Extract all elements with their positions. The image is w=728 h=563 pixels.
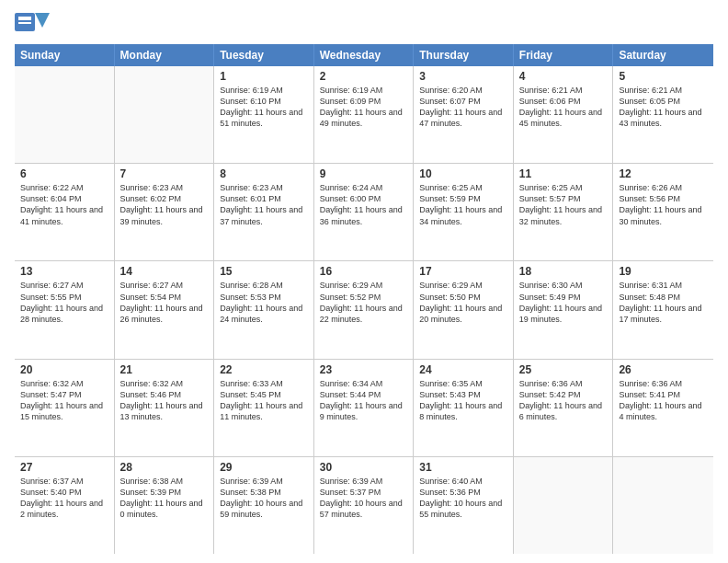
day-cell-31: 31Sunrise: 6:40 AM Sunset: 5:36 PM Dayli… [414, 457, 514, 554]
page: SundayMondayTuesdayWednesdayThursdayFrid… [0, 0, 728, 563]
day-info: Sunrise: 6:19 AM Sunset: 6:10 PM Dayligh… [220, 85, 308, 130]
day-cell-28: 28Sunrise: 6:38 AM Sunset: 5:39 PM Dayli… [115, 457, 215, 554]
day-info: Sunrise: 6:32 AM Sunset: 5:46 PM Dayligh… [120, 378, 209, 423]
day-cell-1: 1Sunrise: 6:19 AM Sunset: 6:10 PM Daylig… [214, 66, 314, 163]
day-number: 27 [20, 461, 108, 474]
week-row-3: 13Sunrise: 6:27 AM Sunset: 5:55 PM Dayli… [15, 261, 713, 359]
day-number: 19 [619, 265, 708, 278]
day-cell-5: 5Sunrise: 6:21 AM Sunset: 6:05 PM Daylig… [613, 66, 713, 163]
day-number: 26 [619, 363, 708, 376]
day-cell-12: 12Sunrise: 6:26 AM Sunset: 5:56 PM Dayli… [613, 164, 713, 260]
day-cell-18: 18Sunrise: 6:30 AM Sunset: 5:49 PM Dayli… [514, 261, 614, 358]
day-cell-13: 13Sunrise: 6:27 AM Sunset: 5:55 PM Dayli… [15, 261, 115, 358]
day-number: 8 [220, 167, 308, 180]
header-day-friday: Friday [514, 44, 614, 66]
day-cell-14: 14Sunrise: 6:27 AM Sunset: 5:54 PM Dayli… [115, 261, 215, 358]
day-number: 15 [220, 265, 308, 278]
day-number: 14 [120, 265, 209, 278]
day-cell-20: 20Sunrise: 6:32 AM Sunset: 5:47 PM Dayli… [15, 360, 115, 456]
day-number: 29 [220, 461, 308, 474]
day-cell-24: 24Sunrise: 6:35 AM Sunset: 5:43 PM Dayli… [414, 360, 514, 456]
day-cell-2: 2Sunrise: 6:19 AM Sunset: 6:09 PM Daylig… [314, 66, 415, 163]
day-cell-10: 10Sunrise: 6:25 AM Sunset: 5:59 PM Dayli… [414, 164, 514, 260]
day-info: Sunrise: 6:31 AM Sunset: 5:48 PM Dayligh… [619, 280, 708, 325]
day-info: Sunrise: 6:25 AM Sunset: 5:57 PM Dayligh… [519, 182, 608, 227]
day-number: 24 [419, 363, 507, 376]
day-number: 10 [419, 167, 507, 180]
day-cell-11: 11Sunrise: 6:25 AM Sunset: 5:57 PM Dayli… [514, 164, 614, 260]
day-info: Sunrise: 6:40 AM Sunset: 5:36 PM Dayligh… [419, 476, 507, 521]
week-row-1: 1Sunrise: 6:19 AM Sunset: 6:10 PM Daylig… [15, 66, 713, 164]
day-info: Sunrise: 6:37 AM Sunset: 5:40 PM Dayligh… [20, 476, 108, 521]
day-number: 2 [320, 70, 408, 83]
day-number: 28 [120, 461, 209, 474]
week-row-2: 6Sunrise: 6:22 AM Sunset: 6:04 PM Daylig… [15, 164, 713, 261]
week-row-4: 20Sunrise: 6:32 AM Sunset: 5:47 PM Dayli… [15, 360, 713, 457]
empty-cell [15, 66, 115, 163]
day-info: Sunrise: 6:36 AM Sunset: 5:42 PM Dayligh… [519, 378, 608, 423]
day-number: 5 [619, 70, 708, 83]
day-cell-17: 17Sunrise: 6:29 AM Sunset: 5:50 PM Dayli… [414, 261, 514, 358]
empty-cell [514, 457, 614, 554]
day-number: 9 [320, 167, 408, 180]
day-info: Sunrise: 6:28 AM Sunset: 5:53 PM Dayligh… [220, 280, 308, 325]
day-info: Sunrise: 6:24 AM Sunset: 6:00 PM Dayligh… [320, 182, 408, 227]
day-info: Sunrise: 6:38 AM Sunset: 5:39 PM Dayligh… [120, 476, 209, 521]
day-number: 16 [320, 265, 408, 278]
day-number: 17 [419, 265, 507, 278]
header-day-thursday: Thursday [414, 44, 514, 66]
header-day-sunday: Sunday [15, 44, 115, 66]
svg-rect-1 [18, 17, 31, 20]
day-cell-25: 25Sunrise: 6:36 AM Sunset: 5:42 PM Dayli… [514, 360, 614, 456]
day-cell-8: 8Sunrise: 6:23 AM Sunset: 6:01 PM Daylig… [214, 164, 314, 260]
day-cell-15: 15Sunrise: 6:28 AM Sunset: 5:53 PM Dayli… [214, 261, 314, 358]
day-cell-30: 30Sunrise: 6:39 AM Sunset: 5:37 PM Dayli… [314, 457, 415, 554]
day-info: Sunrise: 6:39 AM Sunset: 5:38 PM Dayligh… [220, 476, 308, 521]
day-info: Sunrise: 6:33 AM Sunset: 5:45 PM Dayligh… [220, 378, 308, 423]
day-number: 7 [120, 167, 209, 180]
day-info: Sunrise: 6:35 AM Sunset: 5:43 PM Dayligh… [419, 378, 507, 423]
day-number: 12 [619, 167, 708, 180]
day-number: 4 [519, 70, 608, 83]
day-info: Sunrise: 6:23 AM Sunset: 6:01 PM Dayligh… [220, 182, 308, 227]
day-info: Sunrise: 6:19 AM Sunset: 6:09 PM Dayligh… [320, 85, 408, 130]
logo-icon [15, 9, 50, 39]
day-number: 30 [320, 461, 408, 474]
day-cell-6: 6Sunrise: 6:22 AM Sunset: 6:04 PM Daylig… [15, 164, 115, 260]
header-day-saturday: Saturday [613, 44, 713, 66]
day-info: Sunrise: 6:27 AM Sunset: 5:54 PM Dayligh… [120, 280, 209, 325]
day-cell-16: 16Sunrise: 6:29 AM Sunset: 5:52 PM Dayli… [314, 261, 415, 358]
day-info: Sunrise: 6:22 AM Sunset: 6:04 PM Dayligh… [20, 182, 108, 227]
day-cell-27: 27Sunrise: 6:37 AM Sunset: 5:40 PM Dayli… [15, 457, 115, 554]
day-info: Sunrise: 6:30 AM Sunset: 5:49 PM Dayligh… [519, 280, 608, 325]
day-cell-29: 29Sunrise: 6:39 AM Sunset: 5:38 PM Dayli… [214, 457, 314, 554]
day-number: 25 [519, 363, 608, 376]
calendar: SundayMondayTuesdayWednesdayThursdayFrid… [15, 44, 713, 554]
day-number: 31 [419, 461, 507, 474]
day-info: Sunrise: 6:23 AM Sunset: 6:02 PM Dayligh… [120, 182, 209, 227]
day-cell-21: 21Sunrise: 6:32 AM Sunset: 5:46 PM Dayli… [115, 360, 215, 456]
day-cell-26: 26Sunrise: 6:36 AM Sunset: 5:41 PM Dayli… [613, 360, 713, 456]
day-info: Sunrise: 6:34 AM Sunset: 5:44 PM Dayligh… [320, 378, 408, 423]
day-number: 22 [220, 363, 308, 376]
header-day-monday: Monday [115, 44, 215, 66]
day-number: 18 [519, 265, 608, 278]
svg-rect-2 [18, 22, 31, 24]
day-cell-4: 4Sunrise: 6:21 AM Sunset: 6:06 PM Daylig… [514, 66, 614, 163]
calendar-body: 1Sunrise: 6:19 AM Sunset: 6:10 PM Daylig… [15, 66, 713, 554]
svg-marker-3 [35, 13, 50, 28]
day-info: Sunrise: 6:21 AM Sunset: 6:05 PM Dayligh… [619, 85, 708, 130]
header-day-wednesday: Wednesday [314, 44, 415, 66]
day-number: 1 [220, 70, 308, 83]
day-info: Sunrise: 6:36 AM Sunset: 5:41 PM Dayligh… [619, 378, 708, 423]
day-number: 23 [320, 363, 408, 376]
day-info: Sunrise: 6:21 AM Sunset: 6:06 PM Dayligh… [519, 85, 608, 130]
day-info: Sunrise: 6:20 AM Sunset: 6:07 PM Dayligh… [419, 85, 507, 130]
empty-cell [613, 457, 713, 554]
day-number: 21 [120, 363, 209, 376]
day-number: 20 [20, 363, 108, 376]
day-info: Sunrise: 6:39 AM Sunset: 5:37 PM Dayligh… [320, 476, 408, 521]
day-info: Sunrise: 6:26 AM Sunset: 5:56 PM Dayligh… [619, 182, 708, 227]
calendar-header: SundayMondayTuesdayWednesdayThursdayFrid… [15, 44, 713, 66]
day-cell-19: 19Sunrise: 6:31 AM Sunset: 5:48 PM Dayli… [613, 261, 713, 358]
